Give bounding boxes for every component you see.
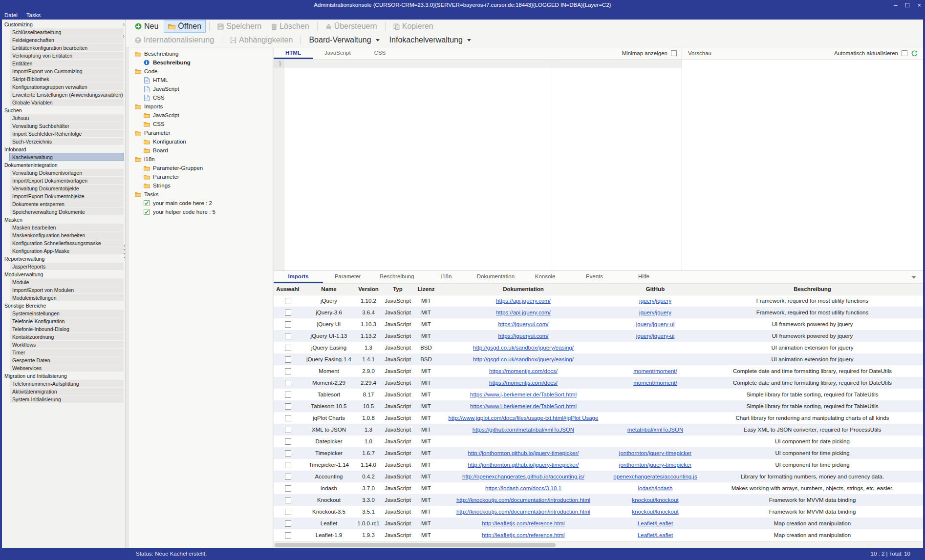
sidebar-item-such-verzeichnis[interactable]: Such-Verzeichnis: [10, 138, 124, 145]
tree-node-imports[interactable]: Imports: [129, 102, 273, 111]
splitter-handle[interactable]: [124, 245, 125, 258]
oeffnen-button[interactable]: Öffnen: [164, 20, 206, 33]
sidebar-item-verwaltung-dokumentvorlagen[interactable]: Verwaltung Dokumentvorlagen: [10, 169, 124, 176]
sidebar-item-kachelverwaltung[interactable]: Kachelverwaltung: [10, 153, 124, 161]
dokumentation-link[interactable]: http://knockoutjs.com/documentation/intr…: [456, 497, 590, 503]
sidebar-section-infoboard[interactable]: Infoboard: [2, 145, 125, 153]
sidebar-item-konfigurationsgruppen-verwalten[interactable]: Konfigurationsgruppen verwalten: [10, 83, 124, 90]
sidebar-item-schluesselbearbeitung[interactable]: Schlüsselbearbeitung: [10, 28, 124, 36]
github-link[interactable]: jquery/jquery-ui: [636, 333, 675, 339]
dokumentation-link[interactable]: http://www.jqplot.com/docs/files/usage-t…: [449, 415, 599, 421]
dokumentation-link[interactable]: http://knockoutjs.com/documentation/intr…: [456, 509, 590, 515]
sidebar-item-timer[interactable]: Timer: [10, 349, 124, 356]
sidebar-section-sonstige-bereiche[interactable]: Sonstige Bereiche: [2, 302, 125, 309]
sidebar-item-telefonnummern-aufsplittung[interactable]: Telefonnummern-Aufsplittung: [10, 380, 124, 387]
table-row[interactable]: jQuery-3.63.6.4JavaScriptMIThttps://api.…: [274, 307, 923, 318]
github-link[interactable]: knockout/knockout: [632, 497, 678, 503]
board-verwaltung-button[interactable]: Board-Verwaltung: [304, 34, 384, 46]
github-link[interactable]: knockout/knockout: [632, 509, 678, 515]
github-link[interactable]: jonthornton/jquery-timepicker: [619, 450, 691, 456]
tree-node-i18n[interactable]: i18n: [129, 155, 273, 164]
menu-datei[interactable]: Datei: [4, 12, 18, 18]
editor-tab-css[interactable]: CSS: [363, 47, 398, 59]
tree-node-beschreibung[interactable]: Beschreibung: [129, 49, 273, 58]
sidebar-item-workflows[interactable]: Workflows: [10, 341, 124, 348]
tab-parameter[interactable]: Parameter: [323, 271, 372, 283]
minimap-checkbox[interactable]: [671, 50, 677, 56]
sidebar-section-suchen[interactable]: Suchen: [2, 106, 125, 114]
table-row[interactable]: Moment-2.292.29.4JavaScriptMIThttps://mo…: [274, 377, 923, 389]
row-checkbox[interactable]: [285, 497, 291, 503]
github-link[interactable]: Leaflet/Leaflet: [638, 520, 673, 526]
table-row[interactable]: Moment2.9.0JavaScriptMIThttps://momentjs…: [274, 365, 923, 377]
row-checkbox[interactable]: [285, 474, 291, 480]
sidebar-item-dokumente-entsperren[interactable]: Dokumente entsperren: [10, 200, 124, 207]
row-checkbox[interactable]: [285, 368, 291, 374]
row-checkbox[interactable]: [285, 356, 291, 363]
github-link[interactable]: Leaflet/Leaflet: [638, 532, 673, 538]
tree-node-board[interactable]: Board: [129, 146, 273, 155]
tree-node-tasks[interactable]: Tasks: [129, 190, 273, 199]
github-link[interactable]: jquery/jquery-ui: [636, 321, 675, 327]
github-link[interactable]: jquery/jquery: [639, 298, 671, 304]
tree-node-parameter[interactable]: Parameter: [129, 128, 273, 137]
sidebar-item-masken-bearbeiten[interactable]: Masken bearbeiten: [10, 224, 124, 231]
sidebar-item-telefonie-konfiguration[interactable]: Telefonie-Konfiguration: [10, 317, 124, 325]
sidebar-section-customizing[interactable]: Customizing: [2, 21, 125, 28]
dokumentation-link[interactable]: https://api.jquery.com/: [496, 310, 551, 315]
sidebar-item-import-export-dokumentvorlagen[interactable]: Import/Export Dokumentvorlagen: [10, 177, 124, 184]
table-row[interactable]: Tablesort8.17JavaScriptMIThttps://www.j-…: [274, 389, 923, 400]
sidebar-item-moduleinstellungen[interactable]: Moduleinstellungen: [10, 294, 124, 301]
code-editor[interactable]: 1: [274, 60, 682, 270]
dokumentation-link[interactable]: https://momentjs.com/docs/: [489, 380, 558, 386]
dokumentation-link[interactable]: https://www.j-berkemeier.de/TableSort.ht…: [470, 403, 577, 409]
row-checkbox[interactable]: [285, 380, 291, 386]
tab-konsole[interactable]: Konsole: [520, 271, 570, 283]
scrollbar-thumb[interactable]: [275, 543, 556, 547]
sidebar-section-migration-und-initialisierung[interactable]: Migration und Initialisierung: [2, 372, 125, 379]
dokumentation-link[interactable]: https://www.j-berkemeier.de/TableSort.ht…: [470, 392, 577, 397]
sidebar-item-skript-bibliothek[interactable]: Skript-Bibliothek: [10, 75, 124, 83]
dokumentation-link[interactable]: https://jqueryui.com/: [498, 321, 549, 327]
github-link[interactable]: lodash/lodash: [638, 485, 673, 491]
sidebar-item-maskenkonfiguration-bearbeiten[interactable]: Maskenkonfiguration bearbeiten: [10, 231, 124, 239]
infokachelverwaltung-button[interactable]: Infokachelverwaltung: [385, 34, 475, 46]
table-row[interactable]: Datepicker1.0JavaScriptMITUI component f…: [274, 436, 923, 447]
tree-node-html[interactable]: HTML: [129, 76, 273, 84]
row-checkbox[interactable]: [285, 520, 291, 527]
sidebar-section-dokumentenintegration[interactable]: Dokumentenintegration: [2, 161, 125, 168]
row-checkbox[interactable]: [285, 485, 291, 492]
sidebar-item-kontaktzuordnung[interactable]: Kontaktzuordnung: [10, 333, 124, 340]
sidebar-item-import-export-von-customizing[interactable]: Import/Export von Customizing: [10, 67, 124, 75]
github-link[interactable]: moment/moment/: [633, 380, 677, 386]
column-header-beschreibung[interactable]: Beschreibung: [702, 284, 923, 295]
dokumentation-link[interactable]: http://leafletjs.com/reference.html: [482, 520, 564, 526]
row-checkbox[interactable]: [285, 427, 291, 433]
dokumentation-link[interactable]: https://github.com/metatribal/xmlToJSON: [473, 427, 574, 433]
table-row[interactable]: Timepicker-1.141.14.0JavaScriptMIThttp:/…: [274, 459, 923, 471]
dokumentation-link[interactable]: http://jonthornton.github.io/jquery-time…: [468, 450, 579, 456]
table-row[interactable]: jqPlot Charts1.0.8JavaScriptMIThttp://ww…: [274, 412, 923, 424]
minimize-icon[interactable]: –: [894, 2, 897, 8]
kopieren-button[interactable]: Kopieren: [389, 20, 438, 33]
tree-node-strings[interactable]: Strings: [129, 181, 273, 190]
neu-button[interactable]: Neu: [130, 20, 163, 33]
sidebar-item-import-export-von-modulen[interactable]: Import/Export von Modulen: [10, 286, 124, 293]
sidebar-item-feldeigenschaften[interactable]: Feldeigenschaften: [10, 36, 124, 43]
sidebar-item-import-export-dokumentobjekte[interactable]: Import/Export Dokumentobjekte: [10, 192, 124, 200]
row-checkbox[interactable]: [285, 310, 291, 316]
table-row[interactable]: XML to JSON1.3JavaScriptMIThttps://githu…: [274, 424, 923, 436]
table-row[interactable]: jQuery Easing1.3JavaScriptBSDhttp://gsgd…: [274, 342, 923, 353]
dokumentation-link[interactable]: https://momentjs.com/docs/: [489, 368, 558, 374]
column-header-lizenz[interactable]: Lizenz: [414, 284, 438, 295]
tree-node-your-main-code-here-2[interactable]: your main code here : 2: [129, 199, 273, 207]
sidebar-section-modulverwaltung[interactable]: Modulverwaltung: [2, 270, 125, 278]
sidebar-item-speicherverwaltung-dokumente[interactable]: Speicherverwaltung Dokumente: [10, 208, 124, 215]
table-row[interactable]: jQuery UI-1.131.13.2JavaScriptMIThttps:/…: [274, 330, 923, 342]
tree-node-css[interactable]: CSS: [129, 93, 273, 102]
dokumentation-link[interactable]: http://jonthornton.github.io/jquery-time…: [468, 462, 579, 468]
tab-dokumentation[interactable]: Dokumentation: [471, 271, 520, 283]
table-row[interactable]: Leaflet1.0.0-rc1JavaScriptMIThttp://leaf…: [274, 518, 923, 529]
sidebar-item-gesperrte-daten[interactable]: Gesperrte Daten: [10, 356, 124, 364]
sidebar-section-reportverwaltung[interactable]: Reportverwaltung: [2, 255, 125, 262]
